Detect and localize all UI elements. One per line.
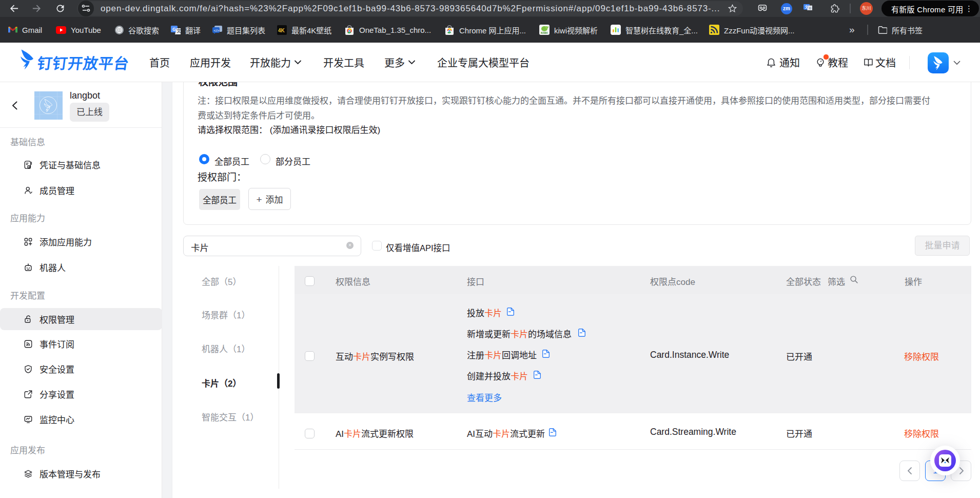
- svg-text:G: G: [809, 7, 812, 10]
- svg-text:KIWI: KIWI: [541, 31, 548, 34]
- svg-text:G: G: [172, 27, 176, 32]
- svg-text:4K: 4K: [278, 27, 285, 33]
- svg-text:文: 文: [805, 5, 809, 9]
- svg-text:</>: </>: [214, 28, 220, 33]
- svg-text:文: 文: [177, 28, 181, 33]
